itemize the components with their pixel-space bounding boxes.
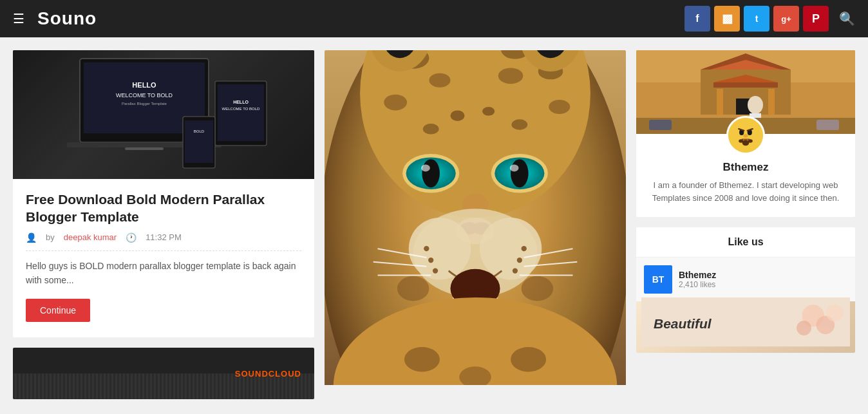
- fb-page-icon: BT: [644, 265, 672, 294]
- author-avatar: [726, 116, 765, 155]
- svg-point-31: [423, 124, 439, 135]
- by-label: by: [46, 232, 55, 242]
- svg-text:HELLO: HELLO: [233, 100, 249, 104]
- post-image-1: HELLO WELCOME TO BOLD Parallax Blogger T…: [13, 50, 314, 179]
- post-author-1[interactable]: deepak kumar: [64, 232, 117, 242]
- like-card: Like us BT Bthemez 2,410 likes Beautiful: [636, 227, 855, 353]
- svg-text:HELLO: HELLO: [132, 81, 156, 89]
- svg-text:Beautiful: Beautiful: [654, 316, 712, 331]
- svg-point-40: [510, 164, 519, 171]
- svg-point-97: [739, 139, 743, 142]
- svg-point-49: [428, 258, 433, 263]
- fb-page-info: Bthemez 2,410 likes: [679, 270, 847, 289]
- social-links: f ▩ t g+ P 🔍: [684, 6, 855, 32]
- soundcloud-logo: soundcloud: [235, 369, 301, 379]
- fb-preview: Beautiful: [636, 301, 855, 353]
- fb-page-name: Bthemez: [679, 270, 847, 280]
- svg-point-39: [511, 159, 529, 187]
- svg-point-47: [480, 218, 542, 279]
- device-mockup-svg: HELLO WELCOME TO BOLD Parallax Blogger T…: [54, 52, 273, 178]
- svg-text:BOLD: BOLD: [194, 129, 205, 133]
- svg-point-48: [424, 246, 429, 251]
- leopard-svg: [325, 50, 626, 385]
- svg-rect-81: [717, 89, 723, 115]
- author-avatar-wrapper: [636, 116, 855, 155]
- svg-point-94: [743, 134, 748, 137]
- svg-point-83: [748, 96, 763, 114]
- like-section-title: Like us: [636, 227, 855, 258]
- svg-point-36: [421, 164, 430, 171]
- svg-text:Parallax Blogger Template: Parallax Blogger Template: [122, 102, 167, 106]
- main-container: HELLO WELCOME TO BOLD Parallax Blogger T…: [0, 37, 868, 412]
- svg-point-21: [384, 95, 407, 111]
- right-column: Bthemez I am a founder of Bthemez. I sta…: [636, 50, 855, 399]
- svg-rect-82: [768, 89, 775, 115]
- menu-icon[interactable]: ☰: [13, 11, 24, 26]
- post-card-body-1: Free Download Bold Modern Parallax Blogg…: [13, 179, 314, 337]
- device-mockup: HELLO WELCOME TO BOLD Parallax Blogger T…: [13, 50, 314, 179]
- search-icon[interactable]: 🔍: [839, 11, 855, 26]
- svg-point-61: [511, 347, 546, 372]
- post-card-soundcloud: soundcloud: [13, 348, 314, 399]
- middle-column: [325, 50, 626, 399]
- continue-button-1[interactable]: Continue: [26, 299, 90, 322]
- fb-like-box[interactable]: BT Bthemez 2,410 likes: [636, 258, 855, 301]
- svg-point-60: [404, 347, 440, 372]
- author-info: Bthemez I am a founder of Bthemez. I sta…: [636, 155, 855, 217]
- svg-point-51: [522, 246, 527, 251]
- svg-point-52: [517, 258, 522, 263]
- time-icon: 🕐: [126, 232, 137, 243]
- post-meta-1: 👤 by deepak kumar 🕐 11:32 PM: [26, 232, 301, 251]
- svg-point-24: [549, 100, 570, 114]
- fb-page-likes: 2,410 likes: [679, 280, 847, 289]
- svg-point-104: [826, 304, 844, 321]
- svg-text:WELCOME TO BOLD: WELCOME TO BOLD: [116, 92, 173, 99]
- author-card: Bthemez I am a founder of Bthemez. I sta…: [636, 50, 855, 217]
- pinterest-button[interactable]: P: [803, 6, 829, 32]
- svg-rect-13: [185, 120, 213, 163]
- avatar-svg: [728, 116, 763, 155]
- svg-point-22: [429, 73, 450, 88]
- svg-point-98: [748, 139, 753, 142]
- google-plus-button[interactable]: g+: [773, 6, 799, 32]
- post-excerpt-1: Hello guys is BOLD modern parallax blogg…: [26, 259, 301, 288]
- facebook-button[interactable]: f: [684, 6, 710, 32]
- svg-point-57: [397, 276, 429, 301]
- author-name: Bthemez: [649, 161, 842, 174]
- svg-rect-78: [713, 82, 778, 88]
- svg-point-35: [422, 159, 440, 187]
- author-icon: 👤: [26, 232, 37, 243]
- svg-point-103: [797, 321, 811, 335]
- leopard-image: [325, 50, 626, 385]
- twitter-button[interactable]: t: [744, 6, 769, 32]
- svg-point-46: [409, 218, 471, 279]
- author-bio: I am a founder of Bthemez. I start devel…: [649, 179, 842, 204]
- svg-rect-7: [125, 147, 164, 150]
- svg-point-53: [513, 268, 518, 273]
- soundcloud-preview: soundcloud: [13, 348, 314, 399]
- svg-text:WELCOME TO BOLD: WELCOME TO BOLD: [222, 107, 260, 111]
- svg-rect-9: [218, 84, 264, 141]
- site-header: ☰ Souno f ▩ t g+ P 🔍: [0, 0, 868, 37]
- post-time-1: 11:32 PM: [146, 232, 182, 242]
- fb-preview-svg: Beautiful: [641, 296, 850, 348]
- svg-point-32: [511, 119, 527, 130]
- post-card-1: HELLO WELCOME TO BOLD Parallax Blogger T…: [13, 50, 314, 337]
- svg-point-23: [498, 68, 524, 84]
- svg-point-50: [433, 268, 438, 273]
- svg-point-29: [450, 110, 464, 121]
- svg-point-58: [522, 276, 554, 301]
- svg-point-30: [482, 107, 495, 116]
- rss-button[interactable]: ▩: [714, 6, 740, 32]
- left-column: HELLO WELCOME TO BOLD Parallax Blogger T…: [13, 50, 314, 399]
- site-logo[interactable]: Souno: [37, 8, 684, 29]
- post-title-1: Free Download Bold Modern Parallax Blogg…: [26, 191, 301, 226]
